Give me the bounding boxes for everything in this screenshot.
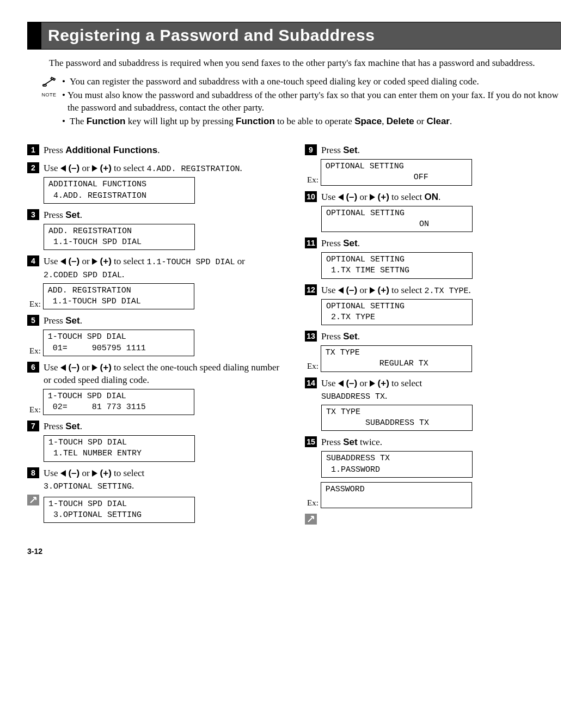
step-number-6: 6 — [27, 362, 39, 373]
step-number-14: 14 — [305, 377, 317, 388]
step-11: 11 Press Set. — [305, 237, 561, 250]
step-number-1: 1 — [27, 144, 39, 155]
note-3: The Function key will light up by pressi… — [70, 115, 452, 128]
left-arrow-icon — [338, 380, 344, 387]
step-1: 1 Press Additional Functions. — [27, 144, 283, 157]
step-number-3: 3 — [27, 209, 39, 220]
svg-point-0 — [43, 84, 47, 87]
note-icon: NOTE — [38, 76, 60, 129]
step-4: 4 Use (–) or (+) to select 1.1-TOUCH SPD… — [27, 255, 283, 281]
step-number-8: 8 — [27, 467, 39, 478]
left-arrow-icon — [60, 165, 66, 172]
step-9: 9 Press Set. — [305, 144, 561, 157]
left-arrow-icon — [60, 364, 66, 371]
example-label: Ex: — [29, 298, 41, 309]
lcd-step-10: OPTIONAL SETTING ON — [321, 206, 473, 233]
lcd-step-5: 1-TOUCH SPD DIAL 01= 905795 1111 — [43, 330, 194, 356]
step-number-4: 4 — [27, 255, 39, 266]
note-1: You can register the password and subadd… — [70, 76, 479, 88]
lcd-step-2: ADDITIONAL FUNCTIONS 4.ADD. REGISTRATION — [44, 177, 195, 204]
step-5: 5 Press Set. — [27, 315, 283, 327]
example-label: Ex: — [29, 345, 41, 356]
step-13: 13 Press Set. — [305, 331, 561, 343]
step-10: 10 Use (–) or (+) to select ON. — [305, 191, 561, 204]
step-number-11: 11 — [305, 237, 317, 248]
note-2: You must also know the password and suba… — [68, 89, 561, 114]
lcd-step-8: 1-TOUCH SPD DIAL 3.OPTIONAL SETTING — [44, 497, 195, 523]
continue-arrow-icon — [305, 514, 317, 525]
step-7: 7 Press Set. — [27, 421, 283, 433]
example-label: Ex: — [307, 361, 318, 371]
step-8: 8 Use (–) or (+) to select 3.OPTIONAL SE… — [27, 467, 283, 492]
left-column: 1 Press Additional Functions. 2 Use (–) … — [27, 139, 283, 525]
lcd-step-11: OPTIONAL SETTING 1.TX TIME SETTNG — [321, 252, 473, 279]
right-arrow-icon — [370, 194, 375, 200]
step-number-7: 7 — [27, 421, 39, 431]
note-caption: NOTE — [38, 92, 60, 98]
step-12: 12 Use (–) or (+) to select 2.TX TYPE. — [305, 284, 561, 297]
left-arrow-icon — [338, 194, 344, 200]
right-arrow-icon — [92, 364, 97, 371]
step-number-2: 2 — [27, 162, 39, 173]
step-14: 14 Use (–) or (+) to select SUBADDRESS T… — [305, 377, 561, 403]
step-2: 2 Use (–) or (+) to select 4.ADD. REGIST… — [27, 162, 283, 175]
step-number-15: 15 — [305, 436, 317, 447]
example-label: Ex: — [307, 497, 318, 508]
lcd-step-14: TX TYPE SUBADDRESS TX — [321, 405, 473, 431]
page-number: 3-12 — [27, 546, 561, 557]
intro-paragraph: The password and subaddress is required … — [49, 57, 561, 70]
step-15: 15 Press Set twice. — [305, 436, 561, 449]
right-column: 9 Press Set. Ex: OPTIONAL SETTING OFF 10… — [305, 139, 561, 525]
lcd-step-15b: PASSWORD — [321, 482, 472, 509]
left-arrow-icon — [60, 470, 66, 477]
lcd-step-15a: SUBADDRESS TX 1.PASSWORD — [321, 451, 473, 478]
step-3: 3 Press Set. — [27, 209, 283, 222]
step-6: 6 Use (–) or (+) to select the one-touch… — [27, 362, 283, 387]
step-number-10: 10 — [305, 191, 317, 202]
step-number-5: 5 — [27, 315, 39, 326]
lcd-step-4: ADD. REGISTRATION 1.1-TOUCH SPD DIAL — [43, 283, 194, 310]
lcd-step-12: OPTIONAL SETTING 2.TX TYPE — [321, 299, 473, 326]
step-number-13: 13 — [305, 331, 317, 342]
left-arrow-icon — [60, 258, 66, 265]
lcd-step-6: 1-TOUCH SPD DIAL 02= 81 773 3115 — [43, 389, 194, 416]
right-arrow-icon — [370, 287, 375, 294]
right-arrow-icon — [92, 258, 97, 265]
continue-arrow-icon — [27, 495, 39, 505]
example-label: Ex: — [29, 404, 41, 415]
lcd-step-3: ADD. REGISTRATION 1.1-TOUCH SPD DIAL — [44, 224, 195, 251]
right-arrow-icon — [370, 380, 375, 387]
example-label: Ex: — [307, 174, 318, 185]
step-number-9: 9 — [305, 144, 317, 155]
title-square — [28, 22, 41, 49]
left-arrow-icon — [338, 287, 344, 294]
lcd-step-13: TX TYPE REGULAR TX — [321, 345, 472, 372]
right-arrow-icon — [92, 470, 97, 477]
note-block: NOTE •You can register the password and … — [38, 76, 561, 129]
section-title: Registering a Password and Subaddress — [41, 22, 560, 49]
section-title-band: Registering a Password and Subaddress — [27, 22, 561, 50]
lcd-step-7: 1-TOUCH SPD DIAL 1.TEL NUMBER ENTRY — [44, 435, 195, 462]
step-number-12: 12 — [305, 284, 317, 295]
right-arrow-icon — [92, 165, 97, 172]
lcd-step-9: OPTIONAL SETTING OFF — [321, 159, 472, 186]
